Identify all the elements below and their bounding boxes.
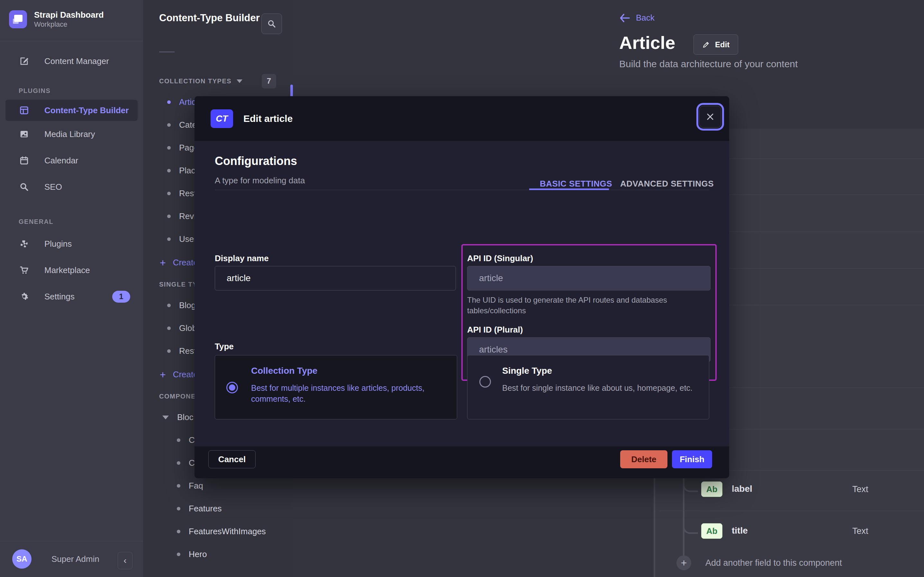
panel-item-features[interactable]: Features [143,497,293,520]
add-field-to-component-label: Add another field to this component [705,558,842,568]
sidebar-item-content-type-builder[interactable]: Content-Type Builder [5,100,138,121]
finish-button[interactable]: Finish [672,450,712,468]
bullet-icon [177,530,180,533]
radio-collection-type[interactable] [227,382,238,393]
active-tab-underline [529,189,609,190]
tab-basic-settings[interactable]: BASIC SETTINGS [540,179,612,189]
configurations-subtitle: A type for modeling data [215,176,305,185]
bullet-icon [167,169,171,172]
nav-section-header: GENERAL [19,218,143,226]
field-name: label [732,484,752,494]
panel-item-label: FeaturesWithImages [189,527,266,537]
plus-icon: + [160,369,166,380]
brand: Strapi Dashboard Workplace [9,10,104,29]
sidebar-item-label: Settings [44,292,75,302]
sidebar-item-media-library[interactable]: Media Library [0,121,143,147]
edit-button[interactable]: Edit [694,34,738,55]
bullet-icon [167,349,171,353]
text-field-type-badge: Ab [701,523,722,539]
back-label: Back [636,13,655,23]
panel-item-hero[interactable]: Hero [143,543,293,566]
sidebar-item-label: Marketplace [44,265,90,275]
count-badge: 7 [262,74,276,89]
puzzle-icon [19,239,29,248]
sidebar-item-plugins[interactable]: Plugins [0,230,143,257]
strapi-logo-icon [9,10,27,28]
bullet-icon [177,484,180,488]
avatar[interactable]: SA [12,550,32,569]
gear-icon [19,292,29,301]
single-type-title: Single Type [502,366,552,376]
plus-circle-icon[interactable]: + [677,556,691,570]
cancel-button[interactable]: Cancel [208,450,256,468]
field-row-title: AbtitleText [653,511,924,553]
panel-section-header-label: SINGLE TY [159,281,198,288]
bullet-icon [167,146,171,150]
sidebar-item-settings[interactable]: Settings1 [0,284,143,310]
bullet-icon [177,461,180,465]
search-icon [19,182,29,192]
single-type-option[interactable]: Single Type Best for single instance lik… [467,355,709,419]
bullet-icon [177,438,180,442]
sidebar-item-label: SEO [44,182,62,192]
radio-single-type[interactable] [479,376,491,388]
panel-section-header-label: COLLECTION TYPES [159,77,231,85]
search-button[interactable] [261,13,282,34]
single-type-desc: Best for single instance like about us, … [502,382,702,393]
configurations-title: Configurations [215,155,297,168]
app-title: Strapi Dashboard [34,10,104,20]
text-field-type-badge: Ab [701,482,722,497]
sidebar-item-label: Calendar [44,156,79,166]
collapse-sidebar-button[interactable]: ‹ [118,552,132,569]
bullet-icon [167,214,171,218]
close-icon [706,112,715,121]
edit-article-modal: CT Edit article Configurations A type fo… [194,96,729,478]
page-subtitle: Build the data architecture of your cont… [619,58,798,69]
bullet-icon [167,304,171,307]
panel-item-label: Cate [179,120,197,130]
image-icon [19,129,29,139]
panel-item-label: Faq [189,481,203,491]
sidebar-item-label: Plugins [44,239,72,249]
sidebar-item-label: Content-Type Builder [44,105,129,116]
workspace-label: Workplace [34,20,104,29]
edit-label: Edit [715,40,730,49]
modal-header: CT Edit article [194,96,729,141]
search-icon [267,19,276,28]
tab-advanced-settings[interactable]: ADVANCED SETTINGS [620,179,714,189]
pencil-icon [702,41,710,48]
api-id-singular-input[interactable]: article [467,266,710,290]
panel-section-header-label: COMPONE [159,393,196,400]
panel-item-label: Artic [179,97,196,107]
panel-item-label: Plac [179,166,196,176]
notifications-badge: 1 [112,291,130,303]
sidebar-item-seo[interactable]: SEO [0,174,143,200]
field-type: Text [852,484,868,494]
close-button[interactable] [699,106,721,128]
bullet-icon [167,192,171,195]
bullet-icon [167,100,171,104]
display-name-input[interactable]: article [215,266,456,290]
collection-type-option[interactable]: Collection Type Best for multiple instan… [215,355,457,419]
panel-title: Content-Type Builder [159,11,262,25]
row-divider [659,511,924,511]
field-type: Text [852,526,868,536]
panel-item-featureswithimages[interactable]: FeaturesWithImages [143,520,293,543]
back-link[interactable]: Back [619,13,655,23]
arrow-left-icon [619,13,630,23]
pen-icon [19,56,29,66]
panel-section-header[interactable]: COLLECTION TYPES7 [143,71,293,91]
app-sidebar: Strapi Dashboard Workplace Content Manag… [0,0,143,577]
sidebar-item-content-manager[interactable]: Content Manager [0,53,143,69]
sidebar-item-label: Content Manager [44,56,109,66]
add-field-to-component-row[interactable]: + Add another field to this component [677,556,842,570]
api-id-singular-help: The UID is used to generate the API rout… [467,295,679,316]
panel-item-label: Blog [179,300,196,310]
modal-footer: Cancel Delete Finish [194,446,729,478]
sidebar-item-marketplace[interactable]: Marketplace [0,257,143,284]
main-nav: Content ManagerPLUGINSContent-Type Build… [0,45,143,310]
delete-button[interactable]: Delete [620,450,667,468]
sidebar-item-calendar[interactable]: Calendar [0,147,143,174]
display-name-label: Display name [215,253,269,263]
sidebar-footer: SA Super Admin ‹ [0,541,143,577]
